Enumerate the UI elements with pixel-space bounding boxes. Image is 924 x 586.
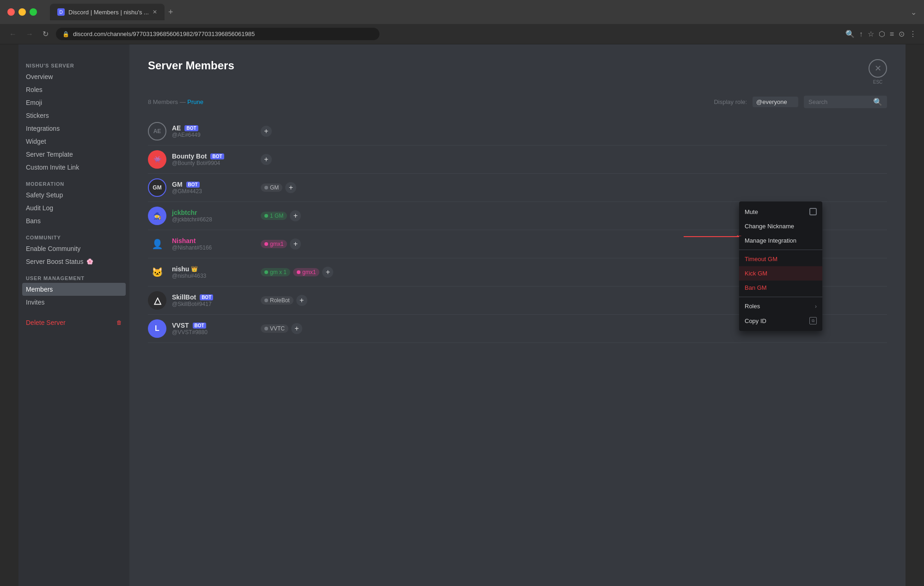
sidebar-item-integrations-label: Integrations — [26, 125, 60, 132]
sidebar-item-custom-invite-link[interactable]: Custom Invite Link — [22, 161, 126, 174]
delete-server-label: Delete Server — [26, 319, 66, 326]
profile-icon[interactable]: ⊙ — [899, 30, 905, 38]
tab-close-button[interactable]: ✕ — [153, 9, 157, 15]
toolbar-right: 🔍 ↑ ☆ ⬡ ≡ ⊙ ⋮ — [845, 30, 917, 38]
crown-icon: 👑 — [191, 266, 198, 272]
sidebar-item-server-template-label: Server Template — [26, 151, 73, 158]
member-info: GM BOT @GM#4423 — [172, 181, 246, 195]
member-row[interactable]: GM GM BOT @GM#4423 GM + — [148, 174, 887, 202]
close-section: ✕ ESC — [869, 59, 887, 85]
add-role-button[interactable]: + — [290, 210, 301, 221]
member-name: SkillBot BOT — [172, 293, 246, 301]
ctx-manage-integration[interactable]: Manage Integration — [739, 233, 822, 248]
refresh-button[interactable]: ↻ — [41, 28, 50, 40]
ctx-change-nickname[interactable]: Change Nickname — [739, 219, 822, 233]
member-name: VVST BOT — [172, 322, 246, 329]
sidebar-item-stickers-label: Stickers — [26, 112, 49, 119]
sidebar-item-enable-community[interactable]: Enable Community — [22, 242, 126, 255]
tab-favicon: D — [57, 8, 65, 16]
extensions-icon[interactable]: ⬡ — [879, 30, 885, 38]
sidebar-item-bans-label: Bans — [26, 217, 41, 225]
maximize-window-button[interactable] — [30, 8, 37, 16]
sidebar-item-members-label: Members — [26, 286, 53, 293]
member-tag: @nishu#4633 — [172, 273, 246, 279]
close-window-button[interactable] — [7, 8, 15, 16]
member-info: Nishant @Nishant#5166 — [172, 237, 246, 251]
sidebar-item-emoji[interactable]: Emoji — [22, 96, 126, 109]
sidebar-item-server-boost-status[interactable]: Server Boost Status 🌸 — [22, 255, 126, 268]
sidebar-item-invites-label: Invites — [26, 299, 44, 306]
menu-icon[interactable]: ⋮ — [909, 30, 917, 38]
chevron-right-icon: › — [815, 303, 817, 310]
add-role-button[interactable]: + — [322, 267, 333, 278]
boost-icon: 🌸 — [86, 258, 93, 265]
member-info: VVST BOT @VVST#9880 — [172, 322, 246, 336]
add-role-button[interactable]: + — [291, 323, 302, 334]
ctx-mute[interactable]: Mute — [739, 204, 822, 219]
sidebar-item-bans[interactable]: Bans — [22, 214, 126, 227]
page-header: Server Members ✕ ESC — [148, 59, 887, 85]
member-info: AE BOT @AE#6449 — [172, 124, 246, 138]
sidebar-item-widget-label: Widget — [26, 138, 46, 145]
member-roles: + — [261, 126, 887, 137]
member-row[interactable]: AE AE BOT @AE#6449 + — [148, 117, 887, 146]
add-role-button[interactable]: + — [296, 295, 307, 306]
sidebar-item-overview[interactable]: Overview — [22, 70, 126, 83]
ctx-ban-gm[interactable]: Ban GM — [739, 281, 822, 295]
sidebar-item-members[interactable]: Members — [22, 283, 126, 296]
add-role-button[interactable]: + — [290, 238, 301, 250]
ctx-roles[interactable]: Roles › — [739, 299, 822, 313]
sidebar-item-safety-setup-label: Safety Setup — [26, 191, 63, 199]
tab-dropdown-button[interactable]: ⌄ — [911, 8, 917, 17]
sidebar: NISHU'S SERVER Overview Roles Emoji Stic… — [18, 44, 129, 586]
share-icon[interactable]: ↑ — [859, 30, 863, 38]
lock-icon: 🔒 — [62, 31, 69, 37]
member-name: Nishant — [172, 237, 246, 244]
member-name: AE BOT — [172, 124, 246, 132]
close-button[interactable]: ✕ — [869, 59, 887, 78]
bot-badge: BOT — [186, 182, 200, 188]
zoom-icon[interactable]: 🔍 — [845, 30, 855, 38]
member-roles: GM + — [261, 182, 887, 193]
search-input[interactable] — [808, 98, 870, 105]
ctx-timeout-gm[interactable]: Timeout GM — [739, 252, 822, 266]
prune-link[interactable]: Prune — [187, 98, 203, 105]
role-tag: gmx1 — [261, 240, 287, 248]
member-info: Bounty Bot BOT @Bounty Bot#9904 — [172, 153, 246, 166]
sidebar-item-stickers[interactable]: Stickers — [22, 109, 126, 122]
ctx-kick-gm[interactable]: Kick GM — [739, 266, 822, 281]
members-count: 8 Members — Prune — [148, 98, 203, 105]
sidebar-item-audit-log[interactable]: Audit Log — [22, 201, 126, 214]
add-role-button[interactable]: + — [285, 182, 296, 193]
bot-badge: BOT — [200, 294, 213, 300]
sidebar-item-invites[interactable]: Invites — [22, 296, 126, 309]
member-tag: @SkillBot#9417 — [172, 301, 246, 307]
trash-icon: 🗑 — [116, 319, 122, 326]
minimize-window-button[interactable] — [18, 8, 26, 16]
add-role-button[interactable]: + — [261, 154, 272, 165]
address-bar[interactable]: 🔒 discord.com/channels/97703139685606198… — [56, 28, 379, 40]
role-select[interactable]: @everyone — [753, 97, 798, 107]
sidebar-item-widget[interactable]: Widget — [22, 135, 126, 148]
moderation-header: MODERATION — [22, 174, 126, 189]
filter-bar: 8 Members — Prune Display role: @everyon… — [148, 96, 887, 108]
member-row[interactable]: 👾 Bounty Bot BOT @Bounty Bot#9904 + — [148, 146, 887, 174]
role-dot — [264, 299, 268, 302]
bookmark-icon[interactable]: ☆ — [868, 30, 874, 38]
back-button[interactable]: ← — [7, 28, 18, 40]
ctx-copy-id[interactable]: Copy ID ⧉ — [739, 313, 822, 328]
avatar: L — [148, 319, 166, 338]
sidebar-item-roles[interactable]: Roles — [22, 83, 126, 96]
member-info: nishu 👑 @nishu#4633 — [172, 265, 246, 279]
reading-list-icon[interactable]: ≡ — [890, 30, 894, 38]
sidebar-item-integrations[interactable]: Integrations — [22, 122, 126, 135]
forward-button[interactable]: → — [24, 28, 35, 40]
sidebar-item-server-template[interactable]: Server Template — [22, 148, 126, 161]
sidebar-item-safety-setup[interactable]: Safety Setup — [22, 189, 126, 201]
ctx-separator — [739, 250, 822, 250]
arrow-indicator — [684, 236, 739, 237]
new-tab-button[interactable]: + — [168, 7, 173, 17]
add-role-button[interactable]: + — [261, 126, 272, 137]
active-tab[interactable]: D Discord | Members | nishu's ... ✕ — [50, 4, 165, 20]
sidebar-item-delete-server[interactable]: Delete Server 🗑 — [22, 316, 126, 329]
